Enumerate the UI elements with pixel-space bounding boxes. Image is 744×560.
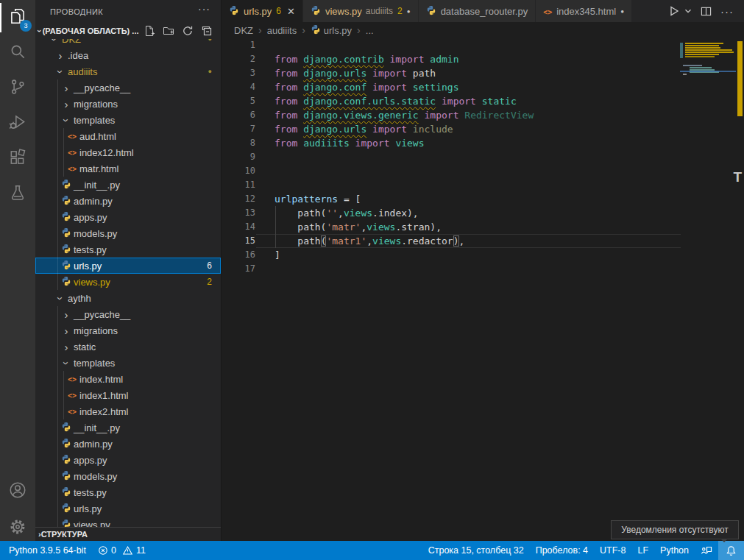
chevron-down-icon: › bbox=[61, 118, 72, 122]
run-debug-icon bbox=[8, 113, 27, 135]
code-line-3[interactable]: 3 from django.urls import path bbox=[222, 66, 744, 80]
chevron-down-icon: › bbox=[55, 70, 66, 74]
tree-item-templates[interactable]: › templates bbox=[35, 355, 221, 371]
tree-item-.idea[interactable]: › .idea bbox=[35, 47, 221, 63]
code-line-1[interactable]: 1 bbox=[222, 38, 744, 52]
breadcrumb-item[interactable]: urls.py bbox=[311, 24, 352, 37]
code-line-2[interactable]: 2 from django.contrib import admin bbox=[222, 52, 744, 66]
breadcrumb-item[interactable]: DKZ bbox=[234, 25, 253, 36]
indent-guide bbox=[63, 371, 64, 419]
tree-item-urls.py[interactable]: urls.py6 bbox=[35, 258, 221, 274]
html-icon: <> bbox=[68, 165, 77, 173]
tree-item-__init__.py[interactable]: __init__.py bbox=[35, 419, 221, 436]
extensions-button[interactable] bbox=[0, 141, 35, 177]
code-line-9[interactable]: 9 bbox=[222, 150, 744, 164]
run-file-icon[interactable] bbox=[668, 5, 680, 17]
line-number: 14 bbox=[222, 220, 255, 234]
code-line-15[interactable]: 15 path('matr1',views.redactor), bbox=[222, 234, 744, 248]
tree-item-__init__.py[interactable]: __init__.py bbox=[35, 177, 221, 193]
tab-database_roouter.py[interactable]: database_roouter.py bbox=[419, 0, 536, 22]
tree-item-templates[interactable]: › templates bbox=[35, 112, 221, 128]
close-tab-icon[interactable]: ✕ bbox=[287, 6, 295, 17]
chevron-right-icon: › bbox=[302, 24, 305, 36]
python-icon bbox=[61, 519, 71, 528]
collapse-all-icon[interactable] bbox=[200, 24, 213, 38]
breadcrumb-item[interactable]: ... bbox=[366, 25, 374, 36]
encoding[interactable]: UTF-8 bbox=[594, 541, 631, 560]
run-debug-button[interactable] bbox=[0, 106, 35, 141]
sidebar-more-actions[interactable]: ··· bbox=[198, 3, 210, 15]
code-line-10[interactable]: 10 bbox=[222, 164, 744, 178]
tree-item-apps.py[interactable]: apps.py bbox=[35, 452, 221, 468]
warning-icon bbox=[122, 545, 133, 556]
tree-item-models.py[interactable]: models.py bbox=[35, 468, 221, 484]
chevron-right-icon: › bbox=[65, 325, 68, 336]
python-icon bbox=[61, 195, 71, 208]
breadcrumb-item[interactable]: audiiits bbox=[267, 25, 297, 36]
python-icon bbox=[61, 244, 71, 256]
code-area[interactable]: 1 2 from django.contrib import admin 3 f… bbox=[222, 38, 744, 541]
code-line-17[interactable]: 17 bbox=[222, 262, 744, 276]
tree-item-admin.py[interactable]: admin.py bbox=[35, 193, 221, 209]
tree-item-aythh[interactable]: › aythh bbox=[35, 290, 221, 306]
testing-button[interactable] bbox=[0, 177, 35, 212]
workspace-section-header[interactable]: › (РАБОЧАЯ ОБЛАСТЬ) ... bbox=[35, 22, 221, 39]
tree-item-DKZ[interactable]: › DKZ● bbox=[35, 39, 221, 47]
tab-index345.html[interactable]: <> index345.html ● bbox=[536, 0, 632, 22]
cursor-position[interactable]: Строка 15, столбец 32 bbox=[419, 541, 530, 560]
breadcrumb: DKZ›audiiits›urls.py›... bbox=[222, 22, 744, 38]
git-branch-icon bbox=[8, 77, 27, 99]
outline-section-header[interactable]: › СТРУКТУРА bbox=[35, 527, 221, 541]
status-bar: Python 3.9.5 64-bit 0 11 Строка 15, стол… bbox=[0, 541, 744, 560]
tree-item-models.py[interactable]: models.py bbox=[35, 225, 221, 241]
line-number: 1 bbox=[222, 38, 255, 52]
tree-item-views.py[interactable]: views.py2 bbox=[35, 274, 221, 290]
tab-urls.py[interactable]: urls.py 6 ✕ bbox=[222, 0, 303, 22]
tree-item-migrations[interactable]: › migrations bbox=[35, 322, 221, 339]
python-icon bbox=[61, 470, 71, 483]
code-line-11[interactable]: 11 bbox=[222, 178, 744, 192]
tab-views.py[interactable]: views.py audiiits 2 ● bbox=[303, 0, 419, 22]
code-line-4[interactable]: 4 from django.conf import settings bbox=[222, 80, 744, 94]
chevron-down-icon: › bbox=[55, 297, 66, 300]
code-line-16[interactable]: 16 ] bbox=[222, 248, 744, 262]
error-count: 0 bbox=[111, 545, 116, 556]
tree-item-migrations[interactable]: › migrations bbox=[35, 96, 221, 112]
tree-item-urls.py[interactable]: urls.py bbox=[35, 500, 221, 517]
source-control-button[interactable] bbox=[0, 71, 35, 106]
code-line-6[interactable]: 6 from django.views.generic import Redir… bbox=[222, 108, 744, 122]
new-file-icon[interactable] bbox=[143, 24, 156, 38]
language-mode[interactable]: Python bbox=[654, 541, 695, 560]
new-folder-icon[interactable] bbox=[162, 24, 175, 38]
code-line-5[interactable]: 5 from django.conf.urls.static import st… bbox=[222, 94, 744, 108]
outline-label: СТРУКТУРА bbox=[41, 530, 88, 539]
code-line-8[interactable]: 8 from audiiits import views bbox=[222, 136, 744, 150]
indent-guide bbox=[275, 206, 276, 248]
tree-item-__pycache__[interactable]: › __pycache__ bbox=[35, 306, 221, 322]
tree-item-audiiits[interactable]: › audiiits● bbox=[35, 63, 221, 79]
code-line-7[interactable]: 7 from django.urls import include bbox=[222, 122, 744, 136]
tree-item-static[interactable]: › static bbox=[35, 339, 221, 355]
python-interpreter[interactable]: Python 3.9.5 64-bit bbox=[0, 541, 92, 560]
tree-item-views.py[interactable]: views.py bbox=[35, 517, 221, 527]
tree-item-__pycache__[interactable]: › __pycache__ bbox=[35, 79, 221, 96]
search-button[interactable] bbox=[0, 35, 35, 71]
tree-item-tests.py[interactable]: tests.py bbox=[35, 484, 221, 500]
scrollbar[interactable]: T bbox=[736, 0, 744, 541]
problems-indicator[interactable]: 0 11 bbox=[92, 541, 152, 560]
eol-selector[interactable]: LF bbox=[631, 541, 654, 560]
indent-guide bbox=[57, 79, 58, 290]
explorer-button[interactable]: 3 bbox=[0, 0, 35, 35]
tree-item-admin.py[interactable]: admin.py bbox=[35, 436, 221, 452]
tree-item-apps.py[interactable]: apps.py bbox=[35, 209, 221, 225]
refresh-icon[interactable] bbox=[181, 24, 194, 38]
code-line-12[interactable]: 12 urlpatterns = [ bbox=[222, 192, 744, 206]
tree-item-tests.py[interactable]: tests.py bbox=[35, 241, 221, 258]
minimap[interactable] bbox=[680, 0, 736, 541]
accounts-button[interactable] bbox=[0, 474, 35, 509]
indentation[interactable]: Пробелов: 4 bbox=[530, 541, 594, 560]
python-icon bbox=[61, 422, 71, 434]
code-line-13[interactable]: 13 path('',views.index), bbox=[222, 206, 744, 220]
code-line-14[interactable]: 14 path('matr',views.stran), bbox=[222, 220, 744, 234]
feedback-button[interactable] bbox=[695, 541, 718, 560]
